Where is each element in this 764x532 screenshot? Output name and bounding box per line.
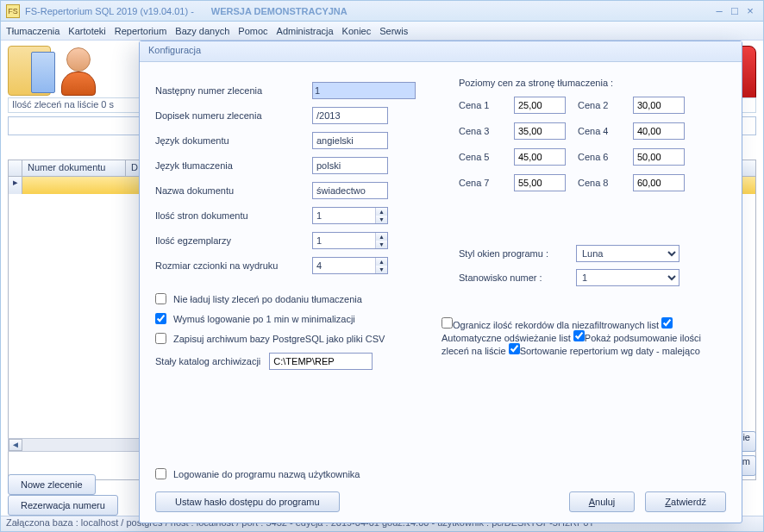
cancel-button[interactable]: Anuluj — [569, 491, 636, 512]
close-window-button[interactable]: × — [742, 4, 758, 18]
titlebar: FS FS-Repertorium SQL 2019 (v19.04.01) -… — [1, 1, 763, 22]
menu-bazy[interactable]: Bazy danych — [175, 26, 229, 36]
price-3-input[interactable] — [514, 122, 566, 140]
scroll-left-icon[interactable]: ◄ — [9, 439, 22, 451]
price-8-input[interactable] — [633, 174, 685, 191]
folder-icon[interactable] — [8, 46, 51, 96]
chevron-up-icon[interactable]: ▲ — [375, 233, 387, 241]
chevron-down-icon[interactable]: ▼ — [375, 241, 387, 248]
label-doc-lang: Język dokumentu — [155, 135, 300, 146]
menu-serwis[interactable]: Serwis — [379, 26, 408, 36]
station-select[interactable]: 1 — [576, 269, 679, 286]
menu-pomoc[interactable]: Pomoc — [238, 26, 267, 36]
doc-name-input[interactable] — [312, 182, 388, 199]
confirm-button[interactable]: Zatwierdź — [645, 491, 726, 512]
label-archive: Stały katalog archiwizacji — [155, 356, 260, 366]
suffix-input[interactable] — [312, 107, 388, 124]
label-pages: Ilość stron dokumentu — [155, 210, 300, 221]
menu-kartoteki[interactable]: Kartoteki — [68, 26, 105, 36]
archive-path-input[interactable] — [269, 353, 373, 370]
check-limit[interactable]: Ogranicz ilość rekordów dla niezafiltrow… — [441, 320, 659, 330]
minimize-button[interactable]: – — [711, 4, 727, 18]
right-checks: Ogranicz ilość rekordów dla niezafiltrow… — [441, 317, 726, 356]
chevron-down-icon[interactable]: ▼ — [375, 216, 387, 223]
menu-tlumaczenia[interactable]: Tłumaczenia — [6, 26, 59, 36]
menu-koniec[interactable]: Koniec — [342, 26, 372, 36]
label-doc-name: Nazwa dokumentu — [155, 185, 300, 196]
menu-repertorium[interactable]: Repertorium — [115, 26, 167, 36]
label-station: Stanowisko numer : — [459, 272, 567, 283]
maximize-button[interactable]: □ — [727, 4, 742, 18]
menubar: Tłumaczenia Kartoteki Repertorium Bazy d… — [1, 22, 763, 41]
price-panel: Poziomy cen za stronę tłumaczenia : Cena… — [459, 78, 726, 191]
check-login-user[interactable]: Logowanie do programu nazwą użytkownika — [155, 468, 360, 479]
check-noload[interactable]: Nie ładuj listy zleceń po dodaniu tłumac… — [155, 293, 726, 304]
label-style: Styl okien programu : — [459, 248, 567, 259]
new-order-button[interactable]: Nowe zlecenie — [8, 474, 96, 495]
row-pointer-icon: ▸ — [9, 177, 22, 194]
chevron-up-icon[interactable]: ▲ — [375, 258, 387, 266]
dialog-title: Konfiguracja — [140, 41, 742, 62]
check-sort[interactable]: Sortowanie repertorium wg daty - malejąc… — [509, 346, 700, 356]
person-icon[interactable] — [59, 46, 97, 96]
price-2-input[interactable] — [633, 97, 685, 114]
next-number-input[interactable] — [312, 82, 416, 99]
price-4-input[interactable] — [633, 122, 685, 140]
label-copies: Ilość egzemplarzy — [155, 235, 300, 246]
label-next-num: Następny numer zlecenia — [155, 85, 300, 96]
price-7-input[interactable] — [514, 174, 566, 191]
label-font: Rozmiar czcionki na wydruku — [155, 260, 300, 271]
app-icon: FS — [6, 4, 20, 18]
copies-stepper[interactable]: ▲▼ — [312, 232, 388, 249]
col-numer[interactable]: Numer dokumentu — [22, 160, 126, 176]
chevron-down-icon[interactable]: ▼ — [375, 266, 387, 273]
tr-lang-input[interactable] — [312, 157, 388, 174]
font-stepper[interactable]: ▲▼ — [312, 257, 388, 274]
pages-stepper[interactable]: ▲▼ — [312, 207, 388, 224]
menu-administracja[interactable]: Administracja — [277, 26, 334, 36]
reserve-number-button[interactable]: Rezerwacja numeru — [8, 495, 118, 516]
window-title: FS-Repertorium SQL 2019 (v19.04.01) - — [25, 6, 194, 16]
top-icons — [8, 46, 97, 96]
price-1-input[interactable] — [514, 97, 566, 114]
price-6-input[interactable] — [633, 148, 685, 166]
style-select[interactable]: Luna — [576, 245, 679, 262]
set-password-button[interactable]: Ustaw hasło dostępu do programu — [155, 491, 340, 512]
label-tr-lang: Język tłumaczenia — [155, 160, 300, 171]
demo-label: WERSJA DEMONSTRACYJNA — [211, 6, 348, 16]
price-title: Poziomy cen za stronę tłumaczenia : — [459, 78, 726, 88]
app-window: FS FS-Repertorium SQL 2019 (v19.04.01) -… — [0, 0, 764, 532]
label-suffix: Dopisek numeru zlecenia — [155, 110, 300, 121]
chevron-up-icon[interactable]: ▲ — [375, 208, 387, 216]
config-dialog: Konfiguracja Następny numer zlecenia Dop… — [139, 41, 742, 523]
price-5-input[interactable] — [514, 148, 566, 166]
doc-lang-input[interactable] — [312, 132, 388, 149]
